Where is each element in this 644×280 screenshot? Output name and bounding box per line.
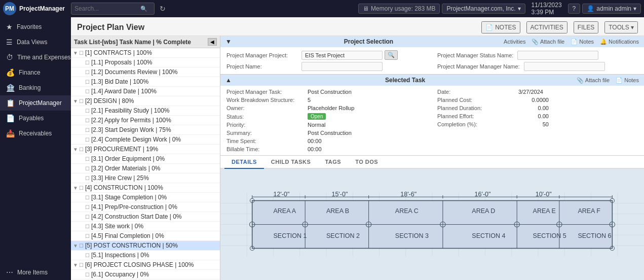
task-row[interactable]: ☐ [4.5] Final Completion | 0% [71, 231, 220, 241]
sidebar-item-receivables[interactable]: 📥 Receivables [0, 126, 71, 141]
task-field-completion: Completion (%): 50 [437, 120, 638, 128]
task-row[interactable]: ☐ [2.1] Feasibility Study | 100% [71, 106, 220, 116]
memory-badge: 🖥 Memory usage: 283 MB [358, 4, 440, 14]
task-row[interactable]: ▼ ☐ [6] PROJECT CLOSING PHASE | 100% [71, 260, 220, 270]
task-row[interactable]: ☐ [1.4] Award Date | 100% [71, 87, 220, 96]
task-checkbox: ☐ [85, 89, 90, 94]
sidebar-item-time-expenses[interactable]: ⏱ Time and Expenses [0, 50, 71, 65]
notes-button[interactable]: 📄 NOTES [481, 21, 520, 33]
help-button[interactable]: ? [568, 4, 581, 14]
task-row[interactable]: ☐ [2.4] Complete Design Work | 0% [71, 135, 220, 145]
content-area: Project Plan View 📄 NOTES ACTIVITIES FIL… [71, 17, 644, 280]
task-checkbox: ☐ [85, 108, 90, 114]
task-row[interactable]: ▼ ☐ [4] CONSTRUCTION | 100% [71, 183, 220, 193]
task-checkbox: ☐ [85, 60, 90, 65]
sidebar-item-project-manager[interactable]: 📋 ProjectManager [0, 95, 71, 111]
task-row[interactable]: ▼ ☐ [1] CONTRACTS | 100% [71, 48, 220, 58]
task-row[interactable]: ☐ [1.3] Bid Date | 100% [71, 77, 220, 87]
sidebar-item-label: Time and Expenses [17, 54, 71, 61]
task-row[interactable]: ☐ [2.2] Apply for Permits | 100% [71, 116, 220, 125]
task-checkbox: ☐ [79, 185, 84, 191]
task-row[interactable]: ☐ [1.1] Proposals | 100% [71, 58, 220, 67]
selected-task-section: ▲ Selected Task 📎 Attach file 📄 Notes Pr… [220, 75, 644, 156]
task-row[interactable]: ☐ [1.2] Documents Review | 100% [71, 67, 220, 77]
user-button[interactable]: 👤 admin admin ▾ [582, 4, 641, 14]
task-checkbox: ☐ [85, 156, 90, 162]
panel-collapse-button[interactable]: ◀ [208, 38, 217, 46]
task-label: [6.1] Occupancy | 0% [91, 271, 149, 278]
pm-status-label: Project Manager Status Name: [437, 52, 513, 58]
sidebar-item-more[interactable]: ⋯ More Items [0, 265, 71, 280]
pm-project-search-button[interactable]: 🔍 [385, 50, 398, 60]
task-row[interactable]: ▼ ☐ [3] PROCUREMENT | 19% [71, 145, 220, 154]
project-name-input[interactable] [301, 62, 383, 71]
sidebar-item-data-views[interactable]: ☰ Data Views [0, 34, 71, 50]
notes-link[interactable]: 📄 Notes [571, 39, 594, 45]
tabs-bar: DETAILS CHILD TASKS TAGS TO DOS [220, 156, 644, 169]
time-icon: ⏱ [6, 53, 13, 61]
task-fields-right: Date: 3/27/2024 Planned Cost: 0.0000 Pla… [437, 88, 638, 153]
task-checkbox: ☐ [79, 50, 84, 56]
refresh-button[interactable]: ↻ [157, 3, 169, 15]
app-logo[interactable]: PM ProjectManager [3, 2, 65, 15]
project-selection-header[interactable]: ▼ Project Selection Activities 📎 Attach … [220, 36, 644, 47]
search-input[interactable] [74, 5, 140, 12]
sidebar-item-label: Receivables [19, 130, 52, 137]
files-button[interactable]: FILES [574, 21, 598, 33]
task-checkbox: ☐ [85, 272, 90, 277]
svg-text:AREA F: AREA F [578, 207, 600, 215]
pm-manager-input[interactable] [524, 62, 605, 71]
task-label: [4.2] Construction Start Date | 0% [91, 213, 182, 220]
activities-button[interactable]: ACTIVITIES [526, 21, 567, 33]
notifications-link[interactable]: 🔔 Notifications [600, 39, 639, 45]
pm-status-input[interactable] [517, 51, 598, 60]
task-row[interactable]: ☐ [3.1] Order Equipment | 0% [71, 154, 220, 164]
top-navigation: PM ProjectManager 🔍 ↻ 🖥 Memory usage: 28… [0, 0, 644, 17]
banking-icon: 🏦 [6, 84, 15, 92]
sidebar-item-label: Data Views [17, 39, 47, 46]
task-row[interactable]: ☐ [2.3] Start Design Work | 75% [71, 125, 220, 135]
task-checkbox: ☐ [85, 69, 90, 75]
list-icon: ☰ [6, 38, 13, 46]
sidebar-item-favorites[interactable]: ★ Favorites [0, 19, 71, 34]
project-selection-actions: Activities 📎 Attach file 📄 Notes 🔔 Notif… [504, 39, 639, 45]
pm-project-value: 🔍 [301, 50, 398, 60]
svg-text:AREA B: AREA B [326, 207, 349, 215]
task-row[interactable]: ☐ [3.3] Hire Crew | 25% [71, 173, 220, 183]
sidebar-item-finance[interactable]: 💰 Finance [0, 65, 71, 80]
attach-file-btn[interactable]: 📎 Attach file [577, 77, 610, 84]
task-label: [2.2] Apply for Permits | 100% [91, 117, 171, 124]
task-label: [4] CONSTRUCTION | 100% [85, 184, 163, 191]
task-row[interactable]: ☐ [5.1] Inspections | 0% [71, 251, 220, 260]
task-label: [3] PROCUREMENT | 19% [85, 146, 158, 153]
tab-child-tasks[interactable]: CHILD TASKS [264, 156, 318, 169]
task-row[interactable]: ☐ [6.1] Occupancy | 0% [71, 270, 220, 279]
pm-status-field: Project Manager Status Name: [437, 50, 638, 60]
task-row[interactable]: ▼ ☐ [5] POST CONSTRUCTION | 50% [71, 241, 220, 251]
tab-details[interactable]: DETAILS [224, 156, 264, 169]
attach-file-link[interactable]: 📎 Attach file [532, 39, 564, 45]
sidebar-item-payables[interactable]: 📄 Payables [0, 111, 71, 126]
expand-icon: ▼ [73, 262, 78, 268]
task-row[interactable]: ▼ ☐ [2] DESIGN | 80% [71, 96, 220, 106]
tab-tags[interactable]: TAGS [318, 156, 348, 169]
sidebar-item-banking[interactable]: 🏦 Banking [0, 80, 71, 95]
notes-btn[interactable]: 📄 Notes [616, 77, 639, 84]
task-label: [1.3] Bid Date | 100% [91, 78, 148, 85]
project-name-value [301, 62, 383, 71]
company-selector[interactable]: ProjectManager.com, Inc. ▾ [442, 4, 525, 14]
task-fields-left: Project Manager Task: Post Construction … [226, 88, 427, 153]
tools-button[interactable]: TOOLS ▾ [604, 21, 638, 33]
task-row[interactable]: ☐ [4.2] Construction Start Date | 0% [71, 212, 220, 222]
task-label: [2.3] Start Design Work | 75% [91, 126, 171, 133]
memory-label: Memory usage: 283 MB [371, 5, 435, 12]
selected-task-header[interactable]: ▲ Selected Task 📎 Attach file 📄 Notes [220, 75, 644, 86]
tab-to-dos[interactable]: TO DOS [348, 156, 385, 169]
task-row[interactable]: ☐ [3.1] Stage Completion | 0% [71, 193, 220, 202]
task-row[interactable]: ☐ [4.1] Prep/Pre-construction | 0% [71, 202, 220, 212]
activities-link[interactable]: Activities [504, 39, 525, 45]
task-row[interactable]: ☐ [4.3] Site work | 0% [71, 222, 220, 231]
pm-project-input[interactable] [301, 51, 383, 60]
task-row[interactable]: ☐ [3.2] Order Materials | 0% [71, 164, 220, 173]
logo-icon: PM [3, 2, 16, 15]
